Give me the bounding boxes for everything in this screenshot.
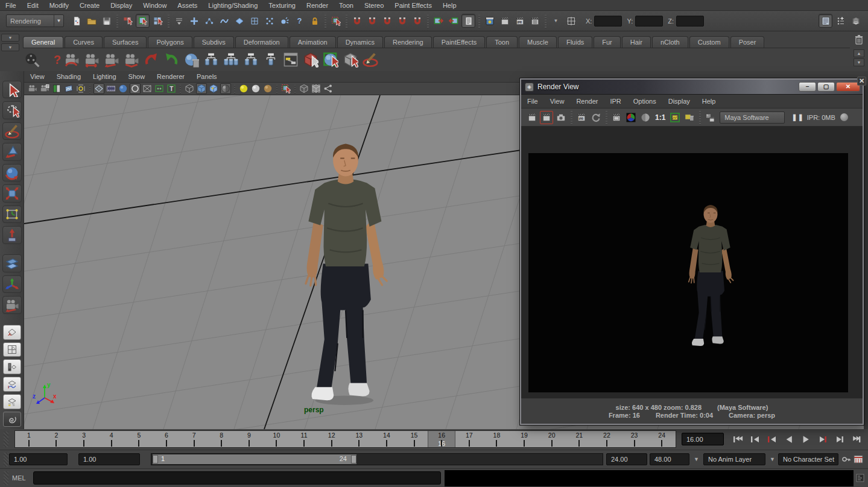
step-back-key-icon[interactable] [747,433,762,446]
menu-help[interactable]: Help [437,2,462,9]
render-view-titlebar[interactable]: ◈ Render View – ▢ ✕ [521,80,863,95]
minimize-button[interactable]: – [799,82,816,92]
ipr-frame-icon[interactable]: IPR [575,111,588,124]
paint-select-tool[interactable] [2,122,22,140]
camera-dolly-icon[interactable] [103,51,121,69]
render-options-icon[interactable] [703,111,717,124]
last-tool-camera[interactable] [2,296,22,313]
menu-edit[interactable]: Edit [22,2,44,9]
auto-keyframe-icon[interactable] [841,454,852,465]
character-model[interactable] [288,140,403,408]
trash-icon[interactable] [853,34,865,46]
shelf-menu-button[interactable]: ▼ [1,43,19,51]
layout-hypergraph-button[interactable] [3,394,21,409]
animation-start-field[interactable]: 1.00 [9,453,68,465]
y-input[interactable] [635,16,663,27]
mel-command-input[interactable] [33,471,441,485]
render-menu-options[interactable]: Options [627,98,662,105]
mask-deformations-icon[interactable] [247,14,261,28]
shelf-tab-hair[interactable]: Hair [622,36,651,48]
layout-graph-button[interactable] [3,377,21,392]
menu-paint-effects[interactable]: Paint Effects [389,2,437,9]
share-view-icon[interactable] [323,83,334,94]
select-object-icon[interactable] [136,14,150,28]
select-tool[interactable] [2,81,22,98]
renderer-selector[interactable]: Maya Software [720,112,785,124]
scale-tool[interactable] [2,184,22,202]
shelf-tab-deformation[interactable]: Deformation [235,36,288,48]
render-view-window[interactable]: ◈ Render View – ▢ ✕ FileViewRenderIPROpt… [520,78,864,425]
rotate-tool[interactable] [2,164,22,181]
playback-start-field[interactable]: 1.00 [78,453,140,465]
shelf-tab-dynamics[interactable]: Dynamics [337,36,383,48]
lasso-tool[interactable] [2,101,22,119]
snap-point-icon[interactable] [380,14,394,28]
select-object-type-icon[interactable] [302,51,320,69]
shelf-tab-ncloth[interactable]: nCloth [652,36,688,48]
shelf-tab-subdivs[interactable]: Subdivs [194,36,234,48]
light-default-icon[interactable] [238,83,249,94]
move-normal-tool[interactable] [2,275,22,293]
texture-view-icon[interactable]: T [166,83,177,94]
show-manipulator-tool[interactable] [2,254,22,272]
mask-curves-icon[interactable] [217,14,231,28]
region-render-icon[interactable] [610,111,623,124]
step-forward-key-icon[interactable] [831,433,847,446]
textured-mode-icon[interactable] [208,83,219,94]
delete-unused-icon[interactable] [182,51,200,69]
undo-icon[interactable] [142,51,160,69]
shaded-mode-icon[interactable] [196,83,207,94]
move-tool[interactable] [2,143,22,160]
menu-stereo[interactable]: Stereo [359,2,389,9]
play-backward-icon[interactable] [781,433,796,446]
mask-rendering-icon[interactable] [277,14,291,28]
wireframe-on-shaded-icon[interactable] [299,83,309,94]
mask-dynamics-icon[interactable] [262,14,276,28]
render-menu-view[interactable]: View [544,98,571,105]
step-back-frame-icon[interactable] [764,433,779,446]
anim-layer-field[interactable]: No Anim Layer [703,453,765,465]
render-menu-file[interactable]: File [521,98,544,105]
resolution-gate-icon[interactable] [118,83,128,94]
command-feedback-line[interactable] [445,470,854,486]
keep-image-icon[interactable] [668,111,682,124]
snap-view-plane-icon[interactable] [410,14,424,28]
render-frame-icon[interactable] [525,111,539,124]
mask-preset-dropdown-icon[interactable] [172,14,186,28]
mask-surfaces-icon[interactable] [232,14,246,28]
parent-icon[interactable] [242,51,260,69]
redo-previous-render-icon[interactable] [540,111,553,124]
panel-menu-lighting[interactable]: Lighting [87,73,122,80]
menu-render[interactable]: Render [301,2,334,9]
character-set-field[interactable]: No Character Set [778,453,838,465]
drag-handle[interactable] [4,453,8,467]
render-canvas-area[interactable] [521,127,863,398]
range-end-handle[interactable] [351,455,356,463]
select-camera-icon[interactable] [27,83,38,94]
isolate-select-icon[interactable] [280,83,291,94]
shelf-tab-polygons[interactable]: Polygons [148,36,192,48]
rgb-channels-icon[interactable] [624,111,638,124]
refresh-render-icon[interactable] [589,111,603,124]
new-scene-icon[interactable] [69,14,83,28]
paint-selection-shelf-icon[interactable] [361,51,379,69]
rendered-image[interactable] [528,153,848,392]
ipr-render-icon[interactable]: IPR [513,14,527,28]
panel-menu-show[interactable]: Show [122,73,151,80]
menu-texturing[interactable]: Texturing [263,2,301,9]
snapshot-icon[interactable] [554,111,568,124]
snap-projected-center-icon[interactable] [395,14,409,28]
shelf-scroll-up[interactable]: ▲ [854,49,864,57]
render-menu-ipr[interactable]: IPR [604,98,627,105]
shelf-tab-poser[interactable]: Poser [730,36,765,48]
x-input[interactable] [594,16,622,27]
output-connections-icon[interactable] [446,14,460,28]
active-range[interactable]: 1 24 [153,454,356,464]
maximize-button[interactable]: ▢ [817,82,835,92]
camera-zoom-icon[interactable] [122,51,141,69]
menu-modify[interactable]: Modify [44,2,74,9]
select-component-icon[interactable] [151,14,165,28]
symmetry-caret-icon[interactable]: ▼ [549,14,563,28]
universal-manip-tool[interactable] [2,206,22,223]
shelf-tab-rendering[interactable]: Rendering [384,36,432,48]
